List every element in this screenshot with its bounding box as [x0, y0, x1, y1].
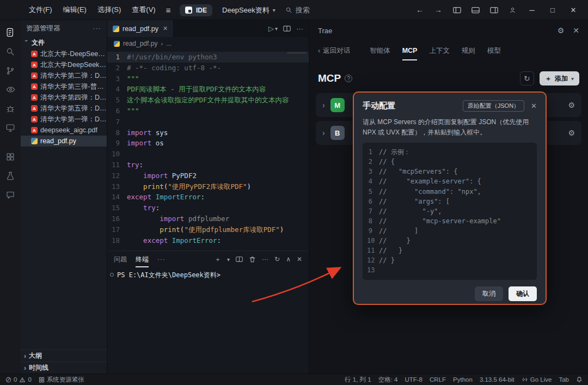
trae-tab[interactable]: 智能体	[370, 41, 390, 60]
activitybar-feedback[interactable]	[1, 186, 20, 204]
hamburger-menu-icon[interactable]: ≡	[161, 3, 176, 17]
back-to-chat-button[interactable]: ‹ 返回对话	[318, 46, 350, 56]
add-mcp-button[interactable]: ＋ 添加 ▾	[540, 71, 579, 85]
code-line[interactable]: 7	[107, 117, 309, 127]
raw-config-json-button[interactable]: 原始配置（JSON）	[463, 100, 524, 112]
gear-icon[interactable]: ⚙	[558, 26, 565, 35]
activitybar-extensions[interactable]	[1, 148, 20, 166]
confirm-button[interactable]: 确认	[509, 286, 537, 301]
run-button[interactable]: ▷▾	[268, 25, 278, 33]
close-modal-icon[interactable]: ✕	[531, 102, 537, 110]
new-terminal-icon[interactable]: ＋	[215, 255, 221, 264]
code-line[interactable]: 2# -*- coding: utf-8 -*-	[107, 63, 309, 74]
code-line[interactable]: 18 except ImportError:	[107, 235, 309, 246]
cancel-button[interactable]: 取消	[475, 286, 503, 301]
code-line[interactable]: 9import os	[107, 138, 309, 149]
activitybar-explorer[interactable]	[1, 23, 20, 41]
nav-forward-icon[interactable]: →	[430, 3, 446, 17]
problems-status[interactable]: 0 0	[5, 376, 32, 383]
gear-icon[interactable]: ⚙	[568, 101, 575, 109]
minimize-button[interactable]: ─	[523, 3, 541, 17]
code-line[interactable]: 14except ImportError:	[107, 192, 309, 203]
nav-back-icon[interactable]: ←	[412, 3, 428, 17]
file-item[interactable]: 清华大学第二弹：De...	[21, 70, 107, 81]
code-line[interactable]: 1#!/usr/bin/env python3	[107, 52, 309, 63]
code-line[interactable]: 8import sys	[107, 127, 309, 138]
close-tab-icon[interactable]: ✕	[163, 25, 168, 32]
maximize-panel-icon[interactable]: ∧	[286, 255, 291, 263]
language-mode[interactable]: Python	[453, 376, 473, 383]
code-line[interactable]: 12 import PyPDF2	[107, 170, 309, 181]
activitybar-source-control[interactable]	[1, 62, 20, 80]
files-section-header[interactable]: › 文件	[21, 36, 107, 48]
menu-item[interactable]: 文件(F)	[24, 3, 57, 17]
outline-section[interactable]: › 大纲	[21, 350, 107, 362]
tab-terminal[interactable]: 终端	[136, 251, 149, 267]
trash-icon[interactable]	[249, 256, 256, 263]
file-item[interactable]: deepseek_aigc.pdf	[21, 125, 107, 136]
maximize-button[interactable]: □	[543, 3, 562, 17]
help-icon[interactable]: ?	[345, 75, 352, 82]
code-line[interactable]: 13 print("使用PyPDF2库读取PDF")	[107, 181, 309, 192]
close-panel-icon[interactable]: ✕	[573, 26, 579, 35]
go-live[interactable]: Go Live	[522, 376, 552, 383]
code-line[interactable]: 4PDF阅读脚本 - 用于提取PDF文件的文本内容	[107, 84, 309, 95]
tab-setting[interactable]: Tab	[559, 376, 569, 383]
tab-problems[interactable]: 问题	[114, 251, 127, 267]
code-line[interactable]: 3"""	[107, 74, 309, 84]
code-line[interactable]: 6"""	[107, 106, 309, 117]
chevron-down-icon[interactable]: ▾	[227, 256, 230, 262]
bell-icon[interactable]	[576, 376, 583, 383]
file-item[interactable]: 北京大学-DeepSeek...	[21, 48, 107, 59]
close-button[interactable]: ✕	[564, 3, 583, 17]
python-runtime[interactable]: 3.13.5 64-bit	[480, 376, 514, 383]
project-switcher[interactable]: DeepSeek资料 ▾	[222, 5, 275, 15]
file-item[interactable]: 清华大学第五弹：De...	[21, 103, 107, 114]
scrollbar-thumb[interactable]	[287, 52, 307, 54]
eol-setting[interactable]: CRLF	[430, 376, 446, 383]
cursor-position[interactable]: 行 1, 列 1	[345, 376, 371, 384]
code-line[interactable]: 16 import pdfplumber	[107, 213, 309, 224]
menu-item[interactable]: 查看(V)	[127, 3, 160, 17]
code-line[interactable]: 5这个脚本会读取指定的PDF文件并提取其中的文本内容	[107, 95, 309, 106]
account-icon[interactable]	[504, 3, 520, 17]
split-editor-icon[interactable]	[283, 25, 291, 32]
resource-warning[interactable]: 系统资源紧张	[39, 376, 84, 384]
indent-setting[interactable]: 空格: 4	[378, 376, 398, 384]
trae-tab[interactable]: 模型	[487, 41, 501, 60]
split-terminal-icon[interactable]	[236, 256, 243, 262]
more-actions-icon[interactable]: ···	[262, 255, 268, 263]
code-line[interactable]: 15 try:	[107, 203, 309, 213]
refresh-button[interactable]: ↻	[520, 71, 534, 85]
config-json-input[interactable]: 1// 示例：2// {3// "mcpServers": {4// "exam…	[363, 143, 537, 280]
activitybar-remote[interactable]	[1, 119, 20, 137]
code-line[interactable]: 17 print("使用pdfplumber库读取PDF")	[107, 224, 309, 235]
file-item[interactable]: 清华大学第三弹-普通...	[21, 81, 107, 92]
encoding[interactable]: UTF-8	[405, 376, 422, 383]
breadcrumb[interactable]: read_pdf.py › ...	[107, 37, 309, 50]
ide-badge[interactable]: IDE	[180, 4, 212, 16]
more-actions-icon[interactable]: ···	[296, 25, 303, 33]
code-line[interactable]: 11try:	[107, 160, 309, 170]
menu-item[interactable]: 编辑(E)	[58, 3, 91, 17]
file-item[interactable]: 清华大学第一弹：De...	[21, 114, 107, 125]
activitybar-test[interactable]	[1, 167, 20, 185]
file-item[interactable]: read_pdf.py	[21, 136, 107, 146]
toggle-sidebar-icon[interactable]	[449, 3, 465, 17]
timeline-section[interactable]: › 时间线	[21, 362, 107, 374]
toggle-secondary-sidebar-icon[interactable]	[486, 3, 502, 17]
toggle-panel-icon[interactable]	[467, 3, 483, 17]
trae-tab[interactable]: MCP	[402, 41, 418, 60]
code-line[interactable]: 10	[107, 149, 309, 160]
tab-read-pdf-py[interactable]: read_pdf.py ✕	[107, 20, 174, 37]
more-tabs-icon[interactable]: ···	[157, 255, 166, 263]
gear-icon[interactable]: ⚙	[568, 129, 575, 137]
trae-tab[interactable]: 上下文	[429, 41, 450, 60]
trae-tab[interactable]: 规则	[462, 41, 475, 60]
file-item[interactable]: 北京大学DeepSeek系...	[21, 59, 107, 70]
more-actions-icon[interactable]: ···	[93, 25, 102, 32]
activitybar-preview[interactable]	[1, 81, 20, 99]
file-item[interactable]: 清华大学第四弹：De...	[21, 92, 107, 103]
menu-item[interactable]: 选择(S)	[93, 3, 126, 17]
global-search[interactable]: 搜索	[285, 5, 310, 15]
